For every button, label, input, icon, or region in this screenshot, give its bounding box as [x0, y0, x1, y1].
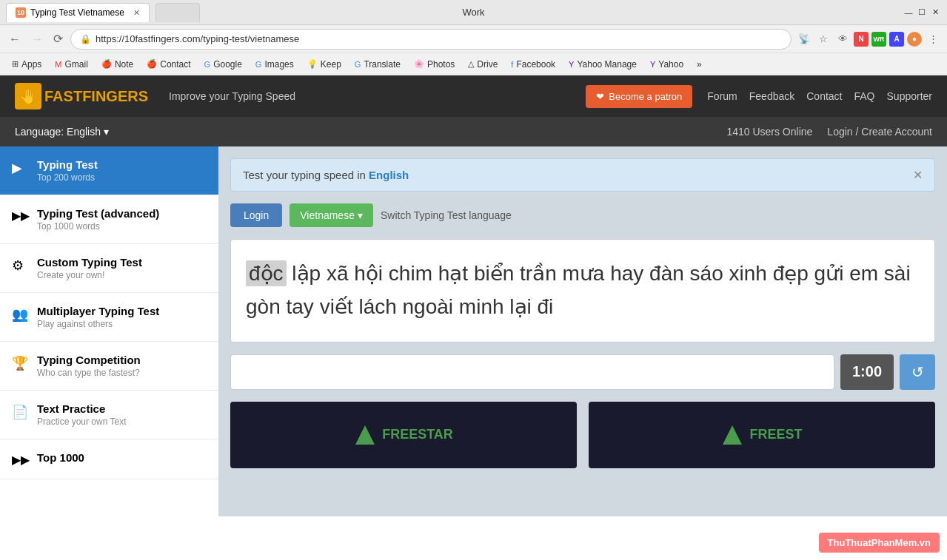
url-input[interactable]	[96, 33, 782, 44]
bookmark-note-label: Note	[115, 59, 133, 70]
sidebar-item-multiplayer-text: Multiplayer Typing Test Play against oth…	[37, 305, 207, 329]
bookmark-yahoo[interactable]: Y Yahoo	[644, 57, 689, 72]
sidebar-item-top1000-title: Top 1000	[37, 451, 207, 464]
tab-close-icon[interactable]: ✕	[133, 8, 140, 18]
address-bar[interactable]: 🔒	[70, 29, 792, 50]
bookmark-translate[interactable]: G Translate	[349, 57, 406, 72]
reload-button[interactable]: ⟳	[50, 29, 66, 49]
main-container: ▶ Typing Test Top 200 words ▶▶ Typing Te…	[0, 146, 947, 516]
bookmarks-bar: ⊞ Apps M Gmail 🍎 Note 🍎 Contact G Google…	[0, 53, 947, 75]
language-selector[interactable]: Language: English ▾	[15, 126, 109, 138]
images-icon: G	[255, 60, 262, 69]
bookmark-photos[interactable]: 🌸 Photos	[408, 57, 461, 72]
back-button[interactable]: ←	[6, 30, 24, 49]
bookmark-more[interactable]: »	[691, 57, 708, 72]
typing-input[interactable]	[230, 354, 834, 390]
become-patron-button[interactable]: ❤ Become a patron	[586, 85, 692, 108]
forward-button[interactable]: →	[28, 30, 46, 49]
note-icon: 🍎	[101, 59, 112, 69]
users-icon: 👥	[12, 306, 28, 323]
patron-icon: ❤	[596, 91, 604, 102]
switch-language-text: Switch Typing Test language	[381, 209, 512, 221]
nav-faq[interactable]: FAQ	[854, 90, 875, 102]
sidebar-item-custom[interactable]: ⚙ Custom Typing Test Create your own!	[0, 244, 218, 293]
ext-icon-circle[interactable]: ●	[907, 32, 922, 47]
vietnamese-button[interactable]: Vietnamese ▾	[290, 203, 373, 227]
trophy-icon: 🏆	[12, 355, 28, 371]
bookmark-keep-label: Keep	[321, 59, 341, 70]
info-banner-text: Test your typing speed in English	[243, 169, 409, 181]
ad-row: FREESTAR FREEST	[230, 402, 935, 468]
bookmark-yahoo-manage[interactable]: Y Yahoo Manage	[563, 57, 643, 72]
sidebar-item-top1000[interactable]: ▶▶ Top 1000	[0, 439, 218, 479]
sidebar-item-competition[interactable]: 🏆 Typing Competition Who can type the fa…	[0, 342, 218, 391]
bookmark-icon[interactable]: ☆	[815, 31, 831, 47]
lock-icon: 🔒	[80, 34, 91, 44]
sidebar-item-text-practice[interactable]: 📄 Text Practice Practice your own Text	[0, 391, 218, 439]
bookmark-yahoo-label: Yahoo	[658, 59, 683, 70]
browser-tab[interactable]: 10 Typing Test Vietnamese ✕	[6, 3, 150, 22]
google-icon: G	[204, 60, 211, 69]
sidebar-item-typing-test[interactable]: ▶ Typing Test Top 200 words	[0, 146, 218, 195]
dropdown-arrow-icon: ▾	[358, 209, 363, 221]
bookmark-images[interactable]: G Images	[250, 57, 300, 72]
facebook-icon: f	[511, 60, 513, 69]
sidebar-item-advanced-title: Typing Test (advanced)	[37, 207, 207, 220]
sidebar-item-custom-sub: Create your own!	[37, 270, 207, 280]
yahoo-manage-icon: Y	[569, 60, 574, 69]
ext-icon-a[interactable]: A	[889, 32, 904, 47]
tab-favicon: 10	[16, 7, 26, 18]
bookmark-keep[interactable]: 💡 Keep	[301, 57, 347, 72]
bookmark-contact[interactable]: 🍎 Contact	[141, 57, 196, 72]
title-bar-controls: — ☐ ✕	[903, 7, 941, 18]
keep-icon: 💡	[307, 59, 318, 69]
info-banner-lang: English	[369, 169, 409, 181]
bookmark-facebook[interactable]: f Facebook	[505, 57, 561, 72]
current-word: độc	[246, 260, 287, 286]
cast-icon[interactable]: 📡	[796, 31, 812, 47]
sidebar-item-typing-test-advanced[interactable]: ▶▶ Typing Test (advanced) Top 1000 words	[0, 195, 218, 244]
freestar-logo-1: FREESTAR	[354, 424, 453, 446]
sidebar-item-multiplayer-sub: Play against others	[37, 319, 207, 329]
bookmark-apps[interactable]: ⊞ Apps	[6, 57, 47, 72]
bookmark-google[interactable]: G Google	[198, 57, 248, 72]
bookmark-google-label: Google	[213, 59, 242, 70]
nav-contact[interactable]: Contact	[806, 90, 842, 102]
freestar-text-2: FREEST	[749, 427, 802, 442]
logo[interactable]: 🤚 FASTFINGERS	[15, 83, 148, 109]
chevron-down-icon: ▾	[104, 126, 109, 138]
bookmark-drive[interactable]: △ Drive	[462, 57, 503, 72]
sidebar-item-multiplayer[interactable]: 👥 Multiplayer Typing Test Play against o…	[0, 293, 218, 342]
reset-button[interactable]: ↺	[900, 354, 935, 390]
minimize-button[interactable]: —	[903, 7, 914, 18]
bookmark-gmail[interactable]: M Gmail	[49, 57, 94, 72]
ad-banner-2: FREEST	[589, 402, 935, 468]
nav-supporter[interactable]: Supporter	[887, 90, 932, 102]
svg-marker-0	[355, 425, 375, 445]
nav-forum[interactable]: Forum	[707, 90, 737, 102]
close-button[interactable]: ✕	[929, 7, 941, 18]
browser-bar: ← → ⟳ 🔒 📡 ☆ 👁 N WR A ● ⋮	[0, 25, 947, 53]
logo-icon: 🤚	[15, 83, 41, 109]
info-banner-close-icon[interactable]: ✕	[913, 168, 923, 182]
sidebar-item-competition-sub: Who can type the fastest?	[37, 368, 207, 378]
bookmark-apps-label: Apps	[21, 59, 41, 70]
ext-icon-wr[interactable]: WR	[871, 32, 886, 47]
sidebar-item-competition-text: Typing Competition Who can type the fast…	[37, 354, 207, 378]
input-row: 1:00 ↺	[230, 354, 935, 390]
eye-icon[interactable]: 👁	[834, 31, 851, 47]
menu-icon[interactable]: ⋮	[925, 31, 941, 47]
site-tagline: Improve your Typing Speed	[169, 90, 295, 102]
nav-feedback[interactable]: Feedback	[749, 90, 794, 102]
bookmark-note[interactable]: 🍎 Note	[96, 57, 139, 72]
sidebar-item-advanced-text: Typing Test (advanced) Top 1000 words	[37, 207, 207, 232]
sidebar: ▶ Typing Test Top 200 words ▶▶ Typing Te…	[0, 146, 218, 516]
more-bookmarks-label: »	[697, 59, 702, 70]
sidebar-item-text-practice-sub: Practice your own Text	[37, 416, 207, 427]
maximize-button[interactable]: ☐	[916, 7, 928, 18]
login-button[interactable]: Login	[230, 203, 282, 227]
site-nav: Forum Feedback Contact FAQ Supporter	[707, 90, 932, 102]
bookmark-facebook-label: Facebook	[516, 59, 555, 70]
ext-icon-1[interactable]: N	[854, 32, 869, 47]
login-create-link[interactable]: Login / Create Account	[827, 126, 932, 138]
